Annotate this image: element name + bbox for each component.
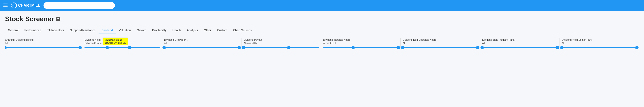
filter-label-dividend-growth-5y: Dividend Growth(5Y) (164, 38, 188, 41)
filter-dividend-yield: Dividend YieldBetween 3% and 6%Dividend … (82, 38, 162, 48)
tooltip-title-dividend-yield: Dividend Yield (104, 39, 126, 42)
slider-thumb1-dividend-yield-sector-rank[interactable] (560, 46, 564, 49)
svg-rect-2 (3, 6, 8, 7)
tab-support-resistance[interactable]: Support/Resistance (67, 27, 98, 34)
filter-value-dividend-yield-sector-rank: All (562, 42, 564, 44)
filter-dividend-payout: Dividend PayoutAt most 70% (242, 38, 321, 48)
search-input[interactable] (44, 2, 115, 9)
slider-thumb2-chartmill-dividend-rating[interactable] (78, 46, 82, 49)
tab-growth[interactable]: Growth (134, 27, 149, 34)
slider-thumb2-dividend-increase-years[interactable] (396, 46, 400, 49)
slider-thumb1-dividend-increase-years[interactable] (352, 46, 355, 49)
slider-wrapper-chartmill-dividend-rating (5, 46, 80, 48)
slider-wrapper-dividend-non-decrease-years (403, 46, 478, 48)
tab-dividend[interactable]: Dividend (98, 27, 116, 34)
svg-rect-1 (3, 5, 8, 5)
tabs-nav: GeneralPerformanceTA IndicatorsSupport/R… (5, 27, 639, 34)
slider-wrapper-dividend-yield: Dividend YieldBetween 3% and 6% (84, 46, 160, 48)
slider-thumb2-dividend-non-decrease-years[interactable] (476, 46, 480, 49)
filter-value-dividend-growth-5y: All (164, 42, 167, 44)
filter-label-chartmill-dividend-rating: ChartMill Dividend Rating (5, 38, 34, 41)
filter-label-dividend-payout: Dividend Payout (244, 38, 262, 41)
filter-value-dividend-increase-years: At least 10% (323, 42, 336, 44)
slider-track-dividend-yield-industry-rank[interactable] (482, 47, 557, 48)
filter-value-dividend-yield-industry-rank: All (482, 42, 485, 44)
slider-track-dividend-increase-years[interactable] (323, 47, 398, 48)
slider-wrapper-dividend-yield-sector-rank (562, 46, 637, 48)
hamburger-icon[interactable] (3, 3, 8, 8)
slider-thumb1-chartmill-dividend-rating[interactable] (5, 46, 7, 49)
filter-label-dividend-yield-industry-rank: Dividend Yield Industry Rank (482, 38, 514, 41)
filter-dividend-yield-sector-rank: Dividend Yield Sector RankAll (560, 38, 639, 48)
slider-track-dividend-growth-5y[interactable] (164, 47, 239, 48)
help-icon[interactable]: ? (56, 17, 60, 21)
slider-track-dividend-payout[interactable] (244, 47, 319, 48)
slider-thumb1-dividend-payout[interactable] (242, 46, 245, 49)
filter-dividend-increase-years: Dividend Increase YearsAt least 10% (321, 38, 400, 48)
slider-track-dividend-non-decrease-years[interactable] (403, 47, 478, 48)
filter-dividend-yield-industry-rank: Dividend Yield Industry RankAll (480, 38, 559, 48)
tab-general[interactable]: General (5, 27, 22, 34)
filter-chartmill-dividend-rating: ChartMill Dividend RatingAll (5, 38, 82, 48)
tab-performance[interactable]: Performance (22, 27, 44, 34)
tooltip-value-dividend-yield: Between 3% and 6% (104, 42, 126, 44)
slider-thumb2-dividend-yield[interactable] (128, 46, 131, 49)
filter-value-dividend-payout: At most 70% (244, 42, 257, 44)
slider-thumb2-dividend-payout[interactable] (287, 46, 290, 49)
filter-label-dividend-yield: Dividend Yield (84, 38, 100, 41)
slider-thumb1-dividend-growth-5y[interactable] (162, 46, 166, 49)
filter-label-dividend-yield-sector-rank: Dividend Yield Sector Rank (562, 38, 592, 41)
tab-ta-indicators[interactable]: TA Indicators (44, 27, 67, 34)
filters-row: ChartMill Dividend RatingAllDividend Yie… (5, 34, 639, 50)
filter-tooltip-dividend-yield: Dividend YieldBetween 3% and 6% (102, 38, 128, 45)
page-title-row: Stock Screener ? (5, 15, 639, 23)
logo-icon (11, 2, 17, 8)
main-content: Stock Screener ? GeneralPerformanceTA In… (0, 11, 644, 50)
slider-wrapper-dividend-growth-5y (164, 46, 239, 48)
tab-health[interactable]: Health (170, 27, 184, 34)
slider-track-chartmill-dividend-rating[interactable] (5, 47, 80, 48)
slider-thumb1-dividend-yield[interactable] (106, 46, 109, 49)
logo[interactable]: CHARTMILL (11, 2, 40, 8)
slider-wrapper-dividend-yield-industry-rank (482, 46, 557, 48)
tab-profitability[interactable]: Profitability (149, 27, 170, 34)
tab-chart-settings[interactable]: Chart Settings (230, 27, 255, 34)
filter-dividend-non-decrease-years: Dividend Non Decrease YearsAll (400, 38, 480, 48)
slider-thumb1-dividend-yield-industry-rank[interactable] (480, 46, 484, 49)
filter-value-dividend-non-decrease-years: All (403, 42, 405, 44)
page-title: Stock Screener (5, 15, 54, 23)
tab-custom[interactable]: Custom (214, 27, 230, 34)
tab-analysts[interactable]: Analysts (184, 27, 201, 34)
filter-dividend-growth-5y: Dividend Growth(5Y)All (162, 38, 241, 48)
slider-track-dividend-yield-sector-rank[interactable] (562, 47, 637, 48)
svg-rect-0 (3, 3, 8, 4)
slider-wrapper-dividend-increase-years (323, 46, 398, 48)
header: CHARTMILL (0, 0, 644, 11)
slider-thumb1-dividend-non-decrease-years[interactable] (401, 46, 404, 49)
slider-wrapper-dividend-payout (244, 46, 319, 48)
slider-thumb2-dividend-yield-sector-rank[interactable] (635, 46, 638, 49)
filter-label-dividend-increase-years: Dividend Increase Years (323, 38, 350, 41)
filter-label-dividend-non-decrease-years: Dividend Non Decrease Years (403, 38, 436, 41)
tab-valuation[interactable]: Valuation (116, 27, 134, 34)
logo-text: CHARTMILL (18, 3, 40, 8)
slider-track-dividend-yield[interactable] (84, 47, 160, 48)
slider-thumb2-dividend-yield-industry-rank[interactable] (556, 46, 559, 49)
filter-value-chartmill-dividend-rating: All (5, 42, 8, 44)
tab-other[interactable]: Other (201, 27, 214, 34)
slider-thumb2-dividend-growth-5y[interactable] (238, 46, 241, 49)
